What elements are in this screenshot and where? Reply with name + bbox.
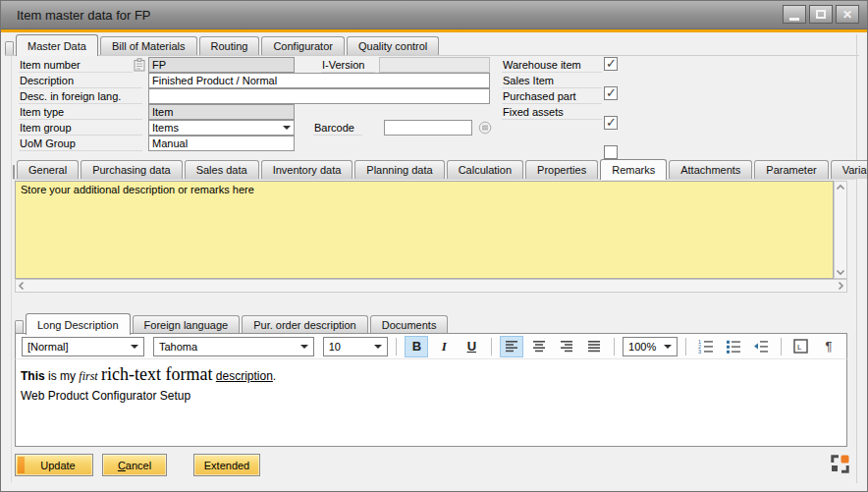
close-icon: ✕ <box>842 9 852 21</box>
tab-foreign-language[interactable]: Foreign language <box>133 315 241 334</box>
paragraph-marks-button[interactable]: ¶ <box>817 336 841 357</box>
tab-label: Calculation <box>459 164 512 176</box>
toolbar-separator <box>685 338 686 355</box>
item-group-select[interactable]: Items <box>148 120 295 136</box>
tab-general[interactable]: General <box>17 160 79 179</box>
tab-stub <box>15 320 24 334</box>
richtext-content[interactable]: This is my first rich-text format descri… <box>15 358 847 447</box>
tab-label: Quality control <box>358 40 427 52</box>
toolbar-separator <box>614 338 615 355</box>
remarks-textarea[interactable]: Store your additional description or rem… <box>15 181 834 279</box>
chevron-down-icon <box>131 345 138 349</box>
tab-label: Planning data <box>366 164 432 176</box>
tab-documents[interactable]: Documents <box>370 315 449 334</box>
uom-group-label: UoM Group <box>19 137 142 151</box>
tab-long-description[interactable]: Long Description <box>26 313 131 335</box>
scroll-left-icon[interactable] <box>16 280 27 292</box>
italic-button[interactable]: I <box>432 336 456 357</box>
extended-button[interactable]: Extended <box>193 454 260 476</box>
tab-routing[interactable]: Routing <box>199 36 260 55</box>
close-button[interactable]: ✕ <box>836 5 859 24</box>
unordered-list-icon <box>726 339 741 354</box>
tab-attachments[interactable]: Attachments <box>669 160 752 179</box>
tab-label: Routing <box>211 40 248 52</box>
tab-label: Remarks <box>612 164 655 176</box>
scroll-right-icon[interactable] <box>835 280 846 292</box>
purchased-part-checkbox[interactable] <box>604 116 618 130</box>
ordered-list-button[interactable]: 123 <box>694 336 718 357</box>
tab-bill-of-materials[interactable]: Bill of Materials <box>100 36 197 55</box>
toolbar-separator <box>781 338 782 355</box>
font-size-select[interactable]: 10 <box>323 337 389 356</box>
tab-planning-data[interactable]: Planning data <box>354 160 444 179</box>
master-data-form: Item number FP I-Version Description Fin… <box>1 56 867 159</box>
font-name-select[interactable]: Tahoma <box>153 337 314 356</box>
tab-label: Inventory data <box>273 164 342 176</box>
update-button[interactable]: Update <box>15 454 93 476</box>
tab-parameter[interactable]: Parameter <box>754 160 828 179</box>
paragraph-style-select[interactable]: [Normal] <box>22 337 144 356</box>
resize-icon <box>831 455 849 473</box>
remarks-vertical-scrollbar[interactable] <box>834 181 847 279</box>
maximize-button[interactable] <box>809 5 833 24</box>
align-left-button[interactable] <box>500 336 523 357</box>
window-controls: ✕ <box>783 5 859 24</box>
tab-label: Variant <box>842 164 868 176</box>
scroll-up-icon[interactable] <box>835 182 846 193</box>
titlebar[interactable]: Item master data for FP ✕ <box>1 1 867 29</box>
tab-master-data[interactable]: Master Data <box>16 34 98 56</box>
barcode-field[interactable] <box>384 120 472 136</box>
description-field[interactable]: Finished Product / Normal <box>148 73 490 88</box>
minimize-button[interactable] <box>783 5 806 24</box>
remarks-panel: Store your additional description or rem… <box>15 181 847 293</box>
underline-button[interactable]: U <box>460 336 483 357</box>
desc-foreign-field[interactable] <box>148 88 490 104</box>
tab-quality-control[interactable]: Quality control <box>347 36 439 55</box>
tab-inventory-data[interactable]: Inventory data <box>261 160 353 179</box>
tab-properties[interactable]: Properties <box>525 160 598 179</box>
tab-calculation[interactable]: Calculation <box>447 160 523 179</box>
fixed-assets-checkbox[interactable] <box>604 145 618 159</box>
window-title: Item master data for FP <box>17 8 151 23</box>
tab-pur-order-description[interactable]: Pur. order description <box>242 315 368 334</box>
sales-item-label: Sales Item <box>502 74 602 88</box>
align-right-button[interactable] <box>555 336 578 357</box>
zoom-select[interactable]: 100% <box>623 337 678 356</box>
tab-remarks[interactable]: Remarks <box>600 159 667 180</box>
border-box-icon: L <box>793 339 808 354</box>
zoom-value: 100% <box>628 341 656 353</box>
form-resize-button[interactable] <box>831 455 849 473</box>
uom-group-field[interactable]: Manual <box>148 136 295 151</box>
align-justify-button[interactable] <box>582 336 606 357</box>
barcode-browse-icon[interactable] <box>478 121 492 138</box>
rich-text-segment: is my <box>45 369 80 383</box>
sales-item-checkbox[interactable] <box>604 86 618 100</box>
rich-text-line: This is my first rich-text format descri… <box>21 364 842 387</box>
tab-purchasing-data[interactable]: Purchasing data <box>81 160 183 179</box>
minimize-icon <box>789 18 799 21</box>
cancel-button[interactable]: Cancel <box>102 454 167 476</box>
tab-label: Pur. order description <box>253 319 356 331</box>
item-type-field: Item <box>148 104 295 120</box>
align-center-button[interactable] <box>527 336 551 357</box>
border-button[interactable]: L <box>789 336 813 357</box>
outdent-button[interactable] <box>749 336 773 357</box>
tab-label: Documents <box>382 319 437 331</box>
tab-variant[interactable]: Variant <box>831 160 868 179</box>
rich-text-segment: description <box>216 369 273 383</box>
scroll-down-icon[interactable] <box>835 266 846 278</box>
item-number-field[interactable]: FP <box>148 57 295 73</box>
remarks-horizontal-scrollbar[interactable] <box>15 279 847 293</box>
bold-button[interactable]: B <box>405 336 428 357</box>
tab-configurator[interactable]: Configurator <box>261 36 345 55</box>
unordered-list-button[interactable] <box>722 336 745 357</box>
warehouse-item-checkbox[interactable] <box>604 57 618 71</box>
i-version-label: I-Version <box>321 58 375 73</box>
tab-label: Long Description <box>37 319 119 331</box>
tab-label: Bill of Materials <box>112 40 186 52</box>
tab-stub <box>5 41 14 55</box>
tab-label: Foreign language <box>144 319 229 331</box>
tab-sales-data[interactable]: Sales data <box>185 160 259 179</box>
toolbar-separator <box>491 338 492 355</box>
chevron-down-icon <box>300 345 308 349</box>
